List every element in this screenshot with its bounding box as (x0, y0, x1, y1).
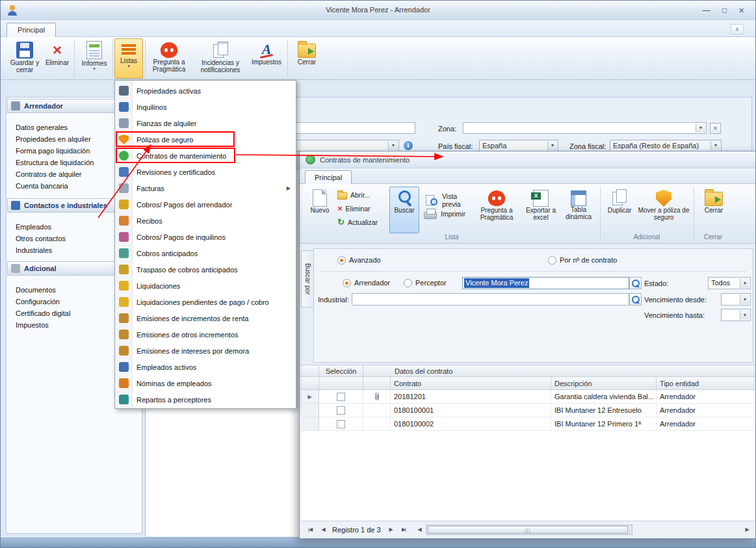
close-subwindow-button[interactable]: Cerrar (697, 187, 730, 233)
menu-item-fianzas[interactable]: Fianzas de alquiler (115, 115, 296, 131)
combo-arrow-icon[interactable]: ▼ (547, 141, 557, 150)
refresh-button[interactable]: ↻ Actualizar (336, 215, 389, 229)
menu-item-traspaso[interactable]: Traspaso de cobros anticipados (115, 261, 296, 278)
menu-item-emisiones-otros[interactable]: Emisiones de otros incrementos (115, 326, 296, 343)
radio-perceptor[interactable]: Perceptor (404, 278, 447, 288)
nav-first-button[interactable]: |◀ (304, 525, 317, 535)
menu-item-inquilinos[interactable]: Inquilinos (115, 99, 296, 115)
combo-arrow-icon[interactable]: ▼ (710, 141, 720, 150)
subwindow-tab-principal[interactable]: Principal (305, 170, 352, 185)
save-close-button[interactable]: Guardar y cerrar (8, 38, 41, 79)
search-button[interactable]: Buscar (389, 187, 419, 233)
menu-item-emisiones-demora[interactable]: Emisiones de intereses por demora (115, 343, 296, 359)
band-datos-contrato[interactable]: Datos del contrato (363, 365, 755, 377)
duplicate-button[interactable]: Duplicar (604, 187, 635, 233)
sidebar-item-certificado[interactable]: Certificado digital (16, 308, 70, 319)
lists-button[interactable]: Listas ▾ (114, 38, 143, 79)
industrial-input[interactable] (352, 293, 629, 306)
nav-prev-button[interactable]: ◀ (317, 525, 330, 535)
menu-item-revisiones[interactable]: Revisiones y certificados (115, 164, 296, 180)
sidebar-item-contratos-alquiler[interactable]: Contratos de alquiler (16, 169, 82, 179)
menu-item-recibos[interactable]: Recibos (115, 213, 296, 229)
sidebar-item-impuestos[interactable]: Impuestos (16, 320, 49, 330)
band-seleccion[interactable]: Selección (319, 365, 363, 377)
combo-arrow-icon[interactable]: ▼ (696, 124, 705, 133)
delete-record-button[interactable]: × Eliminar (336, 202, 389, 215)
menu-item-contratos-mantenimiento[interactable]: Contratos de mantenimiento (115, 148, 296, 164)
column-descripcion[interactable]: Descripción (551, 377, 657, 390)
zona-combo[interactable]: ▼ (463, 122, 707, 134)
sidebar-item-datos-generales[interactable]: Datos generales (16, 122, 68, 133)
new-button[interactable]: Nuevo (306, 187, 333, 233)
pivot-table-button[interactable]: Tabla dinámica (561, 187, 596, 233)
menu-item-polizas-seguro[interactable]: Pólizas de seguro (115, 131, 296, 148)
radio-arrendador[interactable]: Arrendador (343, 278, 390, 288)
column-contrato[interactable]: Contrato (391, 377, 551, 390)
sidebar-item-empleados[interactable]: Empleados (16, 222, 51, 232)
sidebar-item-otros-contactos[interactable]: Otros contactos (16, 233, 66, 244)
combo-arrow-icon[interactable]: ▼ (388, 141, 398, 150)
preview-button[interactable]: Vista previa (422, 193, 473, 207)
table-row[interactable]: 0180100001 IBI Muntaner 12 Entresuelo Ar… (301, 404, 756, 417)
menu-item-liquidaciones-pendientes[interactable]: Liquidaciones pendientes de pago / cobro (115, 294, 296, 310)
vencimiento-hasta-field[interactable]: ▼ (721, 309, 751, 321)
menu-item-empleados-activos[interactable]: Empleados activos (115, 359, 296, 375)
combo-arrow-icon[interactable]: ▼ (740, 294, 749, 304)
estado-combo[interactable]: Todos ▼ (708, 277, 751, 289)
vencimiento-desde-field[interactable]: ▼ (721, 293, 751, 306)
move-to-policy-button[interactable]: Mover a póliza de seguro (636, 187, 691, 233)
column-tipo-entidad[interactable]: Tipo entidad (657, 377, 755, 390)
menu-item-propiedades-activas[interactable]: Propiedades activas (115, 83, 296, 99)
open-button[interactable]: Abrir... (336, 188, 389, 202)
scrollbar-thumb[interactable]: ||| (428, 526, 628, 534)
tab-principal[interactable]: Principal (7, 23, 56, 38)
menu-item-emisiones-renta[interactable]: Emisiones de incrementos de renta (115, 310, 296, 326)
close-window-button[interactable]: Cerrar (291, 38, 323, 79)
sidebar-item-propiedades-alquiler[interactable]: Propiedades en alquiler (16, 134, 91, 144)
incidents-button[interactable]: Incidencias y notificaciones (194, 38, 246, 79)
sidebar-item-documentos[interactable]: Documentos (16, 285, 56, 295)
nav-last-button[interactable]: ▶| (397, 525, 410, 535)
reports-button[interactable]: Informes ▾ (77, 38, 111, 79)
minimize-button[interactable]: — (697, 5, 715, 16)
scroll-right-button[interactable]: ▶ (740, 525, 753, 535)
nav-next-button[interactable]: ▶ (384, 525, 397, 535)
table-row[interactable]: 0180100002 IBI Muntaner 12 Primero 1ª Ar… (301, 417, 756, 431)
arrendador-input[interactable]: Vicente Mora Perez (462, 277, 629, 289)
sidebar-item-configuracion[interactable]: Configuración (16, 296, 60, 307)
sidebar-item-cuenta-bancaria[interactable]: Cuenta bancaria (16, 181, 68, 191)
pragmatica-sub-button[interactable]: Pregunta a Pragmática (475, 187, 518, 233)
row-checkbox[interactable] (337, 420, 345, 428)
delete-button[interactable]: × Eliminar (42, 38, 72, 79)
row-checkbox[interactable] (337, 406, 345, 415)
horizontal-scrollbar[interactable]: ||| (426, 525, 632, 535)
combo-arrow-icon[interactable]: ▼ (740, 278, 749, 288)
pais-fiscal-combo[interactable]: España ▼ (479, 140, 558, 151)
buscar-por-vertical-tab[interactable]: Buscar por (301, 250, 313, 307)
menu-item-nominas[interactable]: Nóminas de empleados (115, 375, 296, 391)
sidebar-item-estructura-liquidacion[interactable]: Estructura de liquidación (16, 157, 94, 168)
restore-button[interactable]: □ (716, 5, 733, 16)
sidebar-item-forma-pago[interactable]: Forma pago liquidación (16, 146, 90, 156)
menu-item-cobros-anticipados[interactable]: Cobros anticipados (115, 245, 296, 261)
menu-item-cobros-inquilinos[interactable]: Cobros/ Pagos de inquilinos (115, 229, 296, 245)
industrial-lookup-button[interactable] (629, 293, 642, 306)
radio-avanzado[interactable]: Avanzado (337, 255, 381, 265)
zona-fiscal-combo[interactable]: España (Resto de España) ▼ (610, 140, 722, 151)
export-excel-button[interactable]: X Exportar a excel (523, 187, 558, 233)
arrendador-lookup-button[interactable] (629, 277, 642, 289)
radio-por-numero[interactable]: Por nº de contrato (548, 255, 617, 265)
row-checkbox[interactable] (337, 393, 345, 401)
scroll-left-button[interactable]: ◀ (413, 525, 426, 535)
combo-arrow-icon[interactable]: ▼ (740, 310, 749, 320)
print-button[interactable]: Imprimir (422, 207, 473, 220)
collapse-ribbon-button[interactable]: ∧ (731, 24, 744, 34)
pragmatica-button[interactable]: Pregunta a Pragmática (148, 38, 190, 79)
menu-item-cobros-arrendador[interactable]: Cobros/ Pagos del arrendador (115, 196, 296, 213)
taxes-button[interactable]: A Impuestos (248, 38, 285, 79)
menu-item-facturas[interactable]: Facturas ▶ (115, 180, 296, 196)
close-button[interactable]: × (733, 5, 750, 16)
table-row[interactable]: ▶ 20181201 Garantia caldera vivienda Bal… (301, 390, 756, 404)
clear-zona-button[interactable]: × (710, 123, 721, 134)
sidebar-item-industriales[interactable]: Industriales (16, 245, 52, 255)
